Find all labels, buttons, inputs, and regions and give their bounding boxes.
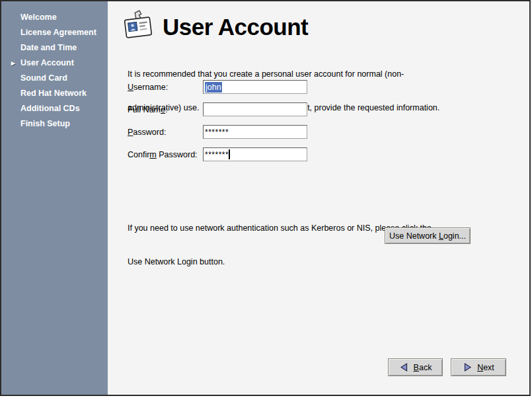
current-step-arrow-icon: ▸ [11,56,15,71]
confirm-password-input[interactable]: ******* [203,147,307,161]
confirm-password-row: Confirm Password: ******* [128,147,307,161]
sidebar-item-welcome[interactable]: Welcome [1,10,108,25]
password-row: Password: ******* [128,125,307,139]
page-title: User Account [163,14,308,40]
network-auth-note: If you need to use network authenticatio… [128,200,432,290]
username-label: Username: [128,83,203,92]
next-button[interactable]: Next [451,358,506,376]
sidebar-item-red-hat-network[interactable]: Red Hat Network [1,86,108,101]
wizard-step-sidebar: Welcome License Agreement Date and Time … [1,1,108,395]
password-input[interactable]: ******* [203,125,307,139]
username-row: Username: john [128,80,307,94]
page-header: User Account [123,9,308,45]
sidebar-item-additional-cds[interactable]: Additional CDs [1,101,108,116]
full-name-input[interactable] [203,102,307,116]
sidebar-item-finish-setup[interactable]: Finish Setup [1,116,108,132]
password-label: Password: [128,128,203,137]
next-arrow-icon [463,362,473,372]
sidebar-item-user-account[interactable]: ▸ User Account [1,56,108,71]
full-name-label: Full Name: [128,105,203,114]
id-badge-icon [123,9,154,45]
selected-text: john [205,82,222,93]
masked-password-text: ******* [205,150,229,159]
account-form: Username: john Full Name: Password: ****… [128,80,307,170]
username-input[interactable]: john [203,80,307,94]
full-name-row: Full Name: [128,102,307,116]
setup-wizard-window: Welcome License Agreement Date and Time … [0,0,531,396]
confirm-password-label: Confirm Password: [128,150,203,159]
sidebar-item-sound-card[interactable]: Sound Card [1,71,108,86]
sidebar-item-date-and-time[interactable]: Date and Time [1,40,108,56]
text-caret [229,149,230,159]
main-content: User Account It is recommended that you … [108,1,529,395]
use-network-login-button[interactable]: Use Network Login... [385,227,471,244]
sidebar-item-license-agreement[interactable]: License Agreement [1,25,108,40]
back-button[interactable]: Back [388,358,443,376]
masked-password-text: ******* [205,128,229,137]
back-arrow-icon [399,362,409,372]
